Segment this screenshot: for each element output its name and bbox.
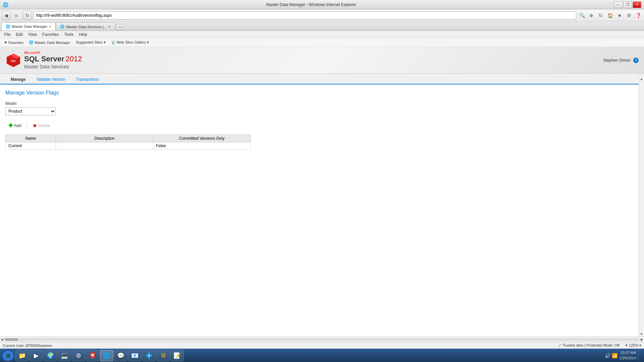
table-row[interactable]: Current False [6,142,251,149]
main-content: Manage Version Flags Model: Product ✚ Ad… [0,84,644,155]
sql-server-text: SQL Server [24,55,64,63]
user-area: Stephen Simon ? [603,58,639,63]
help-nav-button[interactable]: ❓ [634,11,643,19]
toolbar: ✚ Add ✖ Delete [5,121,639,130]
year-text: 2012 [65,55,82,63]
menu-tools[interactable]: Tools [61,32,76,38]
fav-icon: 🌐 [29,40,34,45]
app-header: SQL Microsoft® SQL Server 2012 Master Da… [0,47,644,74]
back-button[interactable]: ◀ [1,11,11,20]
star-icon: ★ [4,40,7,45]
forward-button[interactable]: ▶ [12,11,21,20]
username-text: Stephen Simon [603,58,631,63]
menu-bar: File Edit View Favorites Tools Help [0,31,644,38]
suggested-sites-button[interactable]: Suggested Sites ▾ [74,40,107,45]
add-icon: ✚ [8,122,13,129]
title-bar: 🌐 Master Data Manager - Windows Internet… [0,0,644,9]
minimize-button[interactable]: ─ [614,1,623,8]
logo-area: SQL Microsoft® SQL Server 2012 Master Da… [5,51,82,69]
tools-nav-button[interactable]: ⚙ [625,11,633,19]
nav-bar: ◀ ▶ ↻ 🔍 ⊕ ↻ 🏠 ★ ⚙ ❓ [0,9,644,21]
refresh-nav-button[interactable]: ↻ [596,11,605,19]
microsoft-text: Microsoft® [24,51,40,55]
tab-master-data-services[interactable]: 🌐 Master Data Services (... ✕ [56,22,115,31]
window-controls: ─ ❐ ✕ [614,1,641,8]
cell-name: Current [6,142,56,149]
address-bar[interactable] [34,11,576,19]
close-button[interactable]: ✕ [633,1,641,8]
favorites-star-button[interactable]: ★ [615,11,624,19]
nav-tab-transactions[interactable]: Transactions [71,75,104,84]
mds-text: Master Data Services [24,64,82,69]
cell-committed: False [153,142,251,149]
fav-label: Master Data Manager [35,41,70,45]
model-label: Model: [5,101,639,106]
browser-icon: 🌐 [3,2,8,7]
web-slice-label: Web Slice Gallery ▾ [117,40,149,45]
col-header-description: Description [56,135,153,142]
menu-help[interactable]: Help [76,32,90,38]
menu-file[interactable]: File [1,32,13,38]
menu-view[interactable]: View [25,32,40,38]
tab-label2: Master Data Services (... [66,25,107,29]
delete-label: Delete [38,123,50,128]
table-header-row: Name Description Committed Versions Only [6,135,251,142]
tab-master-data-manager[interactable]: 🌐 Master Data Manager ✕ [1,22,56,31]
scroll-up-arrow[interactable]: ▲ [640,77,643,81]
menu-favorites[interactable]: Favorites [40,32,61,38]
master-data-manager-fav[interactable]: 🌐 Master Data Manager [28,40,71,45]
tab-label: Master Data Manager [12,24,47,28]
home-button[interactable]: 🏠 [606,11,614,19]
suggested-sites-label: Suggested Sites ▾ [76,40,106,45]
sql-logo-text: Microsoft® SQL Server 2012 Master Data S… [24,51,82,69]
refresh-button[interactable]: ↻ [23,11,32,20]
menu-edit[interactable]: Edit [13,32,25,38]
nav-tab-manage[interactable]: Manage [5,75,31,84]
help-icon[interactable]: ? [633,58,639,63]
page-title: Manage Version Flags [5,90,639,96]
app-nav: Manage Validate Version Transactions [0,74,644,84]
toolbar-separator [27,122,27,129]
favorites-label: Favorites [8,41,23,45]
col-header-committed: Committed Versions Only [153,135,251,142]
compatibility-button[interactable]: ⊕ [587,11,596,19]
version-flags-table: Name Description Committed Versions Only… [5,134,251,149]
model-form-group: Model: Product [5,101,639,115]
rss-icon: 📡 [111,40,116,45]
delete-icon: ✖ [33,123,37,128]
cell-description [56,142,153,149]
tab-bar: 🌐 Master Data Manager ✕ 🌐 Master Data Se… [0,21,644,31]
favorites-bar: ★ Favorites 🌐 Master Data Manager Sugges… [0,38,644,47]
favorites-bar-button[interactable]: ★ Favorites [3,40,25,45]
nav-tab-validate-version[interactable]: Validate Version [31,75,71,84]
col-header-name: Name [6,135,56,142]
tab-favicon2: 🌐 [60,24,65,29]
svg-text:SQL: SQL [11,59,16,62]
new-tab-button[interactable]: + [116,24,123,31]
restore-button[interactable]: ❐ [623,1,632,8]
delete-button[interactable]: ✖ Delete [30,121,53,130]
sql-server-logo-icon: SQL [5,52,21,68]
search-button[interactable]: 🔍 [578,11,586,19]
web-slice-gallery-button[interactable]: 📡 Web Slice Gallery ▾ [110,40,150,45]
window-title: Master Data Manager - Windows Internet E… [8,2,614,7]
vertical-scrollbar[interactable]: ▲ ▼ [639,76,644,155]
tab-close-icon[interactable]: ✕ [49,25,51,28]
tab-close-icon2[interactable]: ✕ [108,25,111,28]
model-select[interactable]: Product [5,107,56,115]
tab-favicon: 🌐 [6,24,10,29]
add-button[interactable]: ✚ Add [5,121,24,130]
add-label: Add [14,123,21,128]
